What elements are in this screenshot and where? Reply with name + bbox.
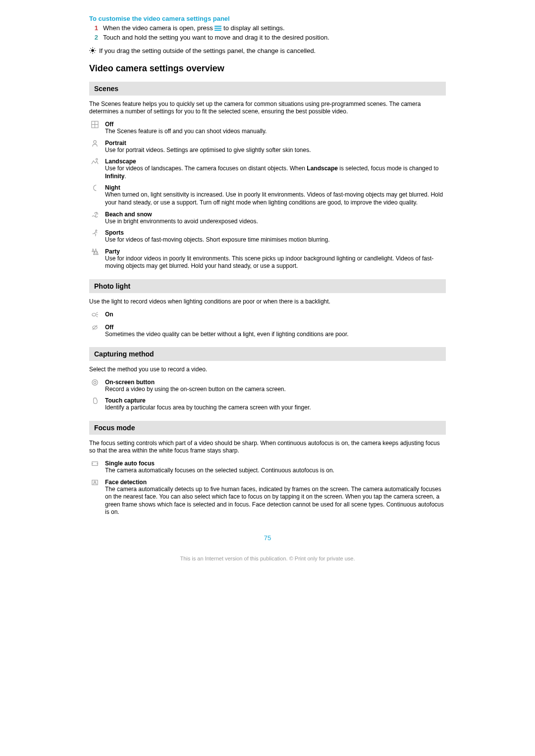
svg-point-12 — [93, 140, 96, 143]
focus-heading: Focus mode — [89, 421, 446, 435]
svg-line-19 — [96, 316, 98, 317]
svg-point-22 — [92, 380, 97, 385]
scene-portrait-title: Portrait — [105, 140, 446, 147]
step-1-text: When the video camera is open, press to … — [103, 24, 446, 33]
face-detect-desc: The camera automatically detects up to f… — [105, 486, 446, 516]
focus-section: Focus mode The focus setting controls wh… — [89, 421, 446, 516]
landscape-bold2: Infinity — [105, 173, 124, 180]
landscape-bold: Landscape — [307, 165, 338, 172]
onscreen-button-item: On-screen button Record a video by using… — [89, 379, 446, 394]
step-1: 1 When the video camera is open, press t… — [89, 24, 446, 33]
svg-line-17 — [96, 312, 98, 313]
touch-capture-item: Touch capture Identify a particular focu… — [89, 397, 446, 412]
shutter-icon — [89, 379, 100, 388]
photolight-heading: Photo light — [89, 279, 446, 293]
landscape-desc-post: . — [124, 173, 126, 180]
page-number: 75 — [89, 534, 446, 542]
svg-point-23 — [94, 381, 96, 384]
scene-beach: Beach and snow Use in bright environment… — [89, 211, 446, 226]
capturing-intro: Select the method you use to record a vi… — [89, 366, 446, 374]
step-number-2: 2 — [89, 34, 98, 42]
onscreen-title: On-screen button — [105, 379, 446, 386]
single-af-title: Single auto focus — [105, 460, 446, 467]
svg-point-0 — [91, 49, 94, 52]
photolight-intro: Use the light to record videos when ligh… — [89, 298, 446, 306]
party-icon — [89, 248, 100, 257]
scene-off-title: Off — [105, 121, 446, 128]
focus-intro: The focus setting controls which part of… — [89, 440, 446, 455]
light-off-desc: Sometimes the video quality can be bette… — [105, 331, 446, 339]
svg-point-15 — [95, 230, 97, 232]
scene-off-desc: The Scenes feature is off and you can sh… — [105, 128, 446, 136]
scene-sports-title: Sports — [105, 229, 446, 236]
photolight-section: Photo light Use the light to record vide… — [89, 279, 446, 338]
scene-night: Night When turned on, light sensitivity … — [89, 184, 446, 206]
single-af-desc: The camera automatically focuses on the … — [105, 467, 446, 475]
overview-heading: Video camera settings overview — [89, 63, 446, 74]
scene-night-desc: When turned on, light sensitivity is inc… — [105, 191, 446, 206]
page-content: To customise the video camera settings p… — [0, 0, 535, 561]
moon-icon — [89, 184, 100, 193]
scenes-heading: Scenes — [89, 82, 446, 96]
svg-line-6 — [94, 52, 95, 53]
svg-line-7 — [94, 48, 95, 49]
landscape-desc-pre: Use for videos of landscapes. The camera… — [105, 165, 307, 172]
scene-beach-desc: Use in bright environments to avoid unde… — [105, 218, 446, 226]
capturing-section: Capturing method Select the method you u… — [89, 347, 446, 412]
scene-landscape: Landscape Use for videos of landscapes. … — [89, 158, 446, 180]
scene-portrait: Portrait Use for portrait videos. Settin… — [89, 140, 446, 154]
scenes-intro: The Scenes feature helps you to quickly … — [89, 101, 446, 116]
scene-party-desc: Use for indoor videos in poorly lit envi… — [105, 255, 446, 270]
lightbulb-icon — [89, 47, 99, 55]
face-detect-title: Face detection — [105, 479, 446, 486]
step-2-text: Touch and hold the setting you want to m… — [103, 34, 446, 42]
scenes-section: Scenes The Scenes feature helps you to q… — [89, 82, 446, 270]
touch-desc: Identify a particular focus area by touc… — [105, 404, 446, 412]
step-1-pre: When the video camera is open, press — [103, 24, 213, 32]
off-grid-icon — [89, 121, 100, 130]
onscreen-desc: Record a video by using the on-screen bu… — [105, 386, 446, 394]
beach-icon — [89, 211, 100, 220]
scene-beach-title: Beach and snow — [105, 211, 446, 218]
scene-party: Party Use for indoor videos in poorly li… — [89, 248, 446, 270]
light-on-icon — [89, 311, 100, 320]
focus-frame-icon — [89, 460, 100, 469]
light-off-title: Off — [105, 324, 446, 331]
portrait-icon — [89, 140, 100, 149]
scene-sports: Sports Use for videos of fast-moving obj… — [89, 229, 446, 244]
face-detect-item: Face detection The camera automatically … — [89, 479, 446, 516]
svg-line-8 — [90, 52, 91, 53]
capturing-heading: Capturing method — [89, 347, 446, 361]
landscape-icon — [89, 158, 100, 167]
svg-line-14 — [95, 212, 97, 216]
scene-landscape-title: Landscape — [105, 158, 446, 165]
scene-portrait-desc: Use for portrait videos. Settings are op… — [105, 147, 446, 154]
scene-landscape-desc: Use for videos of landscapes. The camera… — [105, 165, 446, 180]
scene-off: Off The Scenes feature is off and you ca… — [89, 121, 446, 136]
scene-party-title: Party — [105, 248, 446, 255]
sports-icon — [89, 229, 100, 238]
footer-text: This is an Internet version of this publ… — [89, 555, 446, 561]
light-off: Off Sometimes the video quality can be b… — [89, 324, 446, 339]
scene-night-title: Night — [105, 184, 446, 191]
light-on: On — [89, 311, 446, 320]
step-number-1: 1 — [89, 24, 98, 33]
face-detect-icon — [89, 479, 100, 488]
touch-icon — [89, 397, 100, 406]
light-off-icon — [89, 324, 100, 333]
landscape-desc-mid: is selected, focus mode is changed to — [338, 165, 438, 172]
step-2: 2 Touch and hold the setting you want to… — [89, 34, 446, 42]
menu-icon — [214, 25, 221, 32]
single-af-item: Single auto focus The camera automatical… — [89, 460, 446, 475]
scene-sports-desc: Use for videos of fast-moving objects. S… — [105, 236, 446, 244]
svg-line-5 — [90, 48, 91, 49]
touch-title: Touch capture — [105, 397, 446, 404]
customise-heading: To customise the video camera settings p… — [89, 15, 446, 22]
tip-row: If you drag the setting outside of the s… — [89, 47, 446, 55]
svg-point-16 — [92, 313, 96, 316]
light-on-title: On — [105, 311, 446, 318]
step-1-post: to display all settings. — [223, 24, 285, 32]
tip-text: If you drag the setting outside of the s… — [99, 47, 446, 54]
svg-point-13 — [96, 158, 97, 160]
svg-point-28 — [94, 481, 95, 483]
